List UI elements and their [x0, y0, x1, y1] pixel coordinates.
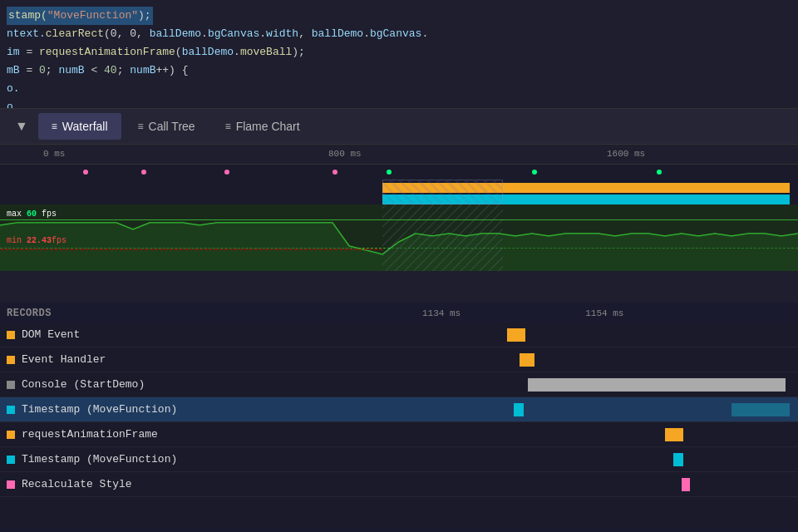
- fps-area: max 60 fps min 22.43fps: [0, 204, 798, 271]
- record-row-timestamp-2: Timestamp (MoveFunction): [0, 447, 798, 472]
- record-label-raf: requestAnimationFrame: [0, 428, 399, 441]
- tab-flame-chart[interactable]: ≡ Flame Chart: [212, 113, 313, 140]
- code-line-4: mB = 0; numB < 40; numB++) {: [0, 62, 798, 80]
- code-line-6: o.: [0, 98, 798, 108]
- flame-chart-icon: ≡: [225, 121, 231, 132]
- marker-dot-green-2: [532, 170, 537, 175]
- svg-rect-1: [382, 204, 503, 271]
- fps-max-label: max 60 fps: [7, 209, 57, 219]
- raf-block: [665, 428, 683, 441]
- records-header-time: 1134 ms 1154 ms: [406, 308, 791, 318]
- time-label-1600ms: 1600 ms: [607, 149, 645, 159]
- tab-call-tree[interactable]: ≡ Call Tree: [125, 113, 209, 140]
- tab-waterfall[interactable]: ≡ Waterfall: [38, 113, 121, 140]
- marker-dot-3: [224, 170, 229, 175]
- selection-overlay: [382, 180, 503, 204]
- timestamp-1-block-1: [514, 403, 524, 416]
- console-color: [7, 381, 15, 389]
- main-layout: stamp("MoveFunction"); ntext.clearRect(0…: [0, 0, 798, 532]
- record-label-console: Console (StartDemo): [0, 378, 399, 391]
- raf-color: [7, 431, 15, 439]
- event-handler-color: [7, 356, 15, 364]
- record-row-dom-event: DOM Event: [0, 323, 798, 347]
- record-label-timestamp-2: Timestamp (MoveFunction): [0, 453, 399, 466]
- event-handler-timeline: [399, 347, 798, 372]
- record-label-dom-event: DOM Event: [0, 328, 399, 341]
- time-label-800ms: 800 ms: [328, 149, 362, 159]
- console-name: Console (StartDemo): [22, 378, 145, 391]
- call-tree-icon: ≡: [138, 121, 144, 132]
- records-header-left: RECORDS: [7, 308, 406, 319]
- code-line-2: ntext.clearRect(0, 0, ballDemo.bgCanvas.…: [0, 25, 798, 43]
- bars-row: [0, 180, 798, 204]
- timestamp-1-color: [7, 406, 15, 414]
- console-block: [528, 378, 786, 392]
- timestamp-1-name: Timestamp (MoveFunction): [22, 403, 177, 416]
- records-title: RECORDS: [7, 308, 52, 319]
- record-row-timestamp-1: Timestamp (MoveFunction): [0, 397, 798, 422]
- time-ruler: 0 ms 800 ms 1600 ms: [0, 145, 798, 165]
- record-row-event-handler: Event Handler: [0, 347, 798, 372]
- timestamp-2-block: [673, 453, 683, 466]
- time-col-1134: 1134 ms: [422, 308, 461, 318]
- raf-name: requestAnimationFrame: [22, 428, 158, 441]
- record-row-raf: requestAnimationFrame: [0, 422, 798, 447]
- timestamp-1-timeline: [399, 397, 798, 421]
- dots-row: [0, 165, 798, 180]
- record-row-recalculate: Recalculate Style: [0, 472, 798, 497]
- time-col-1154: 1154 ms: [585, 308, 623, 318]
- fps-min-label: min 22.43fps: [7, 236, 66, 245]
- code-line-5: o.: [0, 80, 798, 98]
- event-handler-block: [520, 353, 534, 367]
- toolbar: ▼ ≡ Waterfall ≡ Call Tree ≡ Flame Chart: [0, 108, 798, 145]
- bottom-panel: RECORDS 1134 ms 1154 ms DOM Event: [0, 303, 798, 527]
- dom-event-timeline: [399, 323, 798, 347]
- filter-icon: ▼: [15, 119, 28, 133]
- raf-timeline: [399, 422, 798, 446]
- recalculate-timeline: [399, 472, 798, 496]
- recalculate-color: [7, 480, 15, 489]
- marker-dot-green-3: [657, 170, 662, 175]
- timestamp-2-timeline: [399, 447, 798, 471]
- marker-dot-1: [83, 170, 88, 175]
- waterfall-icon: ≡: [52, 121, 57, 132]
- filter-button[interactable]: ▼: [8, 114, 35, 139]
- dom-event-block: [507, 328, 525, 342]
- recalculate-block: [682, 478, 690, 491]
- marker-dot-green-1: [387, 170, 392, 175]
- marker-dot-4: [332, 170, 337, 175]
- timeline-area: 0 ms 800 ms 1600 ms: [0, 145, 798, 303]
- code-line-1: stamp("MoveFunction");: [0, 7, 798, 25]
- recalculate-name: Recalculate Style: [22, 478, 132, 490]
- dom-event-name: DOM Event: [22, 328, 80, 341]
- time-label-0ms: 0 ms: [43, 149, 65, 159]
- tab-call-tree-label: Call Tree: [149, 120, 195, 133]
- record-label-timestamp-1: Timestamp (MoveFunction): [0, 403, 399, 416]
- code-area: stamp("MoveFunction"); ntext.clearRect(0…: [0, 0, 798, 108]
- record-row-console: Console (StartDemo): [0, 372, 798, 397]
- tab-flame-chart-label: Flame Chart: [236, 120, 300, 133]
- records-header: RECORDS 1134 ms 1154 ms: [0, 303, 798, 323]
- timestamp-2-color: [7, 456, 15, 464]
- marker-dot-2: [141, 170, 146, 175]
- event-handler-name: Event Handler: [22, 353, 106, 366]
- code-line-3: im = requestAnimationFrame(ballDemo.move…: [0, 43, 798, 62]
- timestamp-1-block-2: [732, 403, 790, 416]
- dom-event-color: [7, 331, 15, 339]
- console-timeline: [399, 372, 798, 397]
- record-label-recalculate: Recalculate Style: [0, 478, 399, 490]
- timestamp-2-name: Timestamp (MoveFunction): [22, 453, 177, 466]
- record-label-event-handler: Event Handler: [0, 353, 399, 366]
- records-area: DOM Event Event Handler: [0, 323, 798, 527]
- tab-waterfall-label: Waterfall: [62, 120, 108, 133]
- fps-chart-svg: [0, 204, 798, 271]
